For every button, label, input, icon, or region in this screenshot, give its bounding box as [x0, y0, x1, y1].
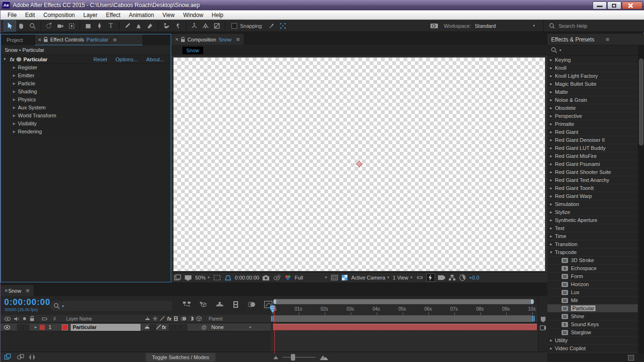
layer-duration-bar[interactable] — [273, 324, 537, 330]
effect-header-row[interactable]: ▼ fx Particular Reset Options... About..… — [1, 55, 171, 64]
draft-3d-icon[interactable] — [199, 301, 207, 308]
layer-frame-blend-switch[interactable] — [169, 324, 175, 330]
options-link[interactable]: Options... — [116, 57, 138, 62]
preset-category-magic-bullet-suite[interactable]: ► Magic Bullet Suite — [547, 80, 638, 88]
effect-group-world-transform[interactable]: ► World Transform — [1, 112, 171, 120]
panel-menu-icon[interactable]: ≡ — [26, 287, 30, 294]
menu-layer[interactable]: Layer — [79, 12, 102, 18]
collapse-switch-icon[interactable] — [152, 316, 158, 321]
layer-shy-switch[interactable] — [144, 324, 150, 330]
tab-timeline-snow[interactable]: ✕ Snow ≡ — [0, 285, 33, 296]
sync-settings-icon[interactable] — [429, 21, 440, 31]
menu-edit[interactable]: Edit — [21, 12, 39, 18]
preset-effect-form[interactable]: 32 Form — [547, 272, 638, 280]
composition-canvas[interactable] — [173, 58, 545, 271]
preset-category-red-giant-denoiser-ii[interactable]: ► Red Giant Denoiser II — [547, 136, 638, 144]
preset-effect-mir[interactable]: 32 Mir — [547, 296, 638, 304]
about-link[interactable]: About... — [146, 57, 164, 62]
comp-marker-button[interactable] — [540, 316, 546, 323]
adjustment-layer-switch-icon[interactable] — [189, 316, 194, 321]
composition-viewer[interactable] — [171, 56, 547, 272]
preset-category-red-giant-text-anarchy[interactable]: ► Red Giant Text Anarchy — [547, 176, 638, 184]
composition-mini-flowchart-icon[interactable] — [182, 301, 191, 308]
always-preview-icon[interactable] — [174, 274, 182, 281]
layer-3d-switch[interactable] — [181, 324, 187, 330]
parent-dropdown[interactable]: None ▼ — [211, 324, 252, 330]
layer-name-column-header[interactable]: Layer Name — [66, 316, 137, 321]
presets-scrollbar[interactable] — [638, 45, 644, 354]
transparency-grid-icon[interactable] — [341, 274, 348, 281]
audio-column-icon[interactable] — [14, 316, 19, 321]
lock-icon[interactable] — [43, 37, 48, 42]
resolution-dropdown[interactable]: Full ▼ — [295, 275, 328, 280]
workspace-dropdown[interactable]: Standard ▼ — [475, 23, 538, 29]
preset-category-obsolete[interactable]: ► Obsolete — [547, 104, 638, 112]
clone-stamp-tool[interactable] — [133, 21, 144, 31]
preset-category-video-copilot[interactable]: ► Video Copilot — [547, 345, 638, 353]
view-layout-dropdown[interactable]: 1 View ▼ — [393, 275, 413, 280]
reset-link[interactable]: Reset — [93, 57, 107, 62]
work-area-bar[interactable] — [273, 315, 533, 322]
viewer-tab-snow[interactable]: Snow — [182, 47, 203, 54]
snap-target-icon[interactable] — [277, 21, 289, 31]
quality-switch-icon[interactable] — [160, 316, 165, 321]
shy-layers-icon[interactable] — [215, 301, 224, 308]
hand-tool[interactable] — [16, 21, 27, 31]
shy-switch-icon[interactable] — [145, 316, 150, 321]
preset-effect-lux[interactable]: 32 Lux — [547, 288, 638, 296]
current-time-indicator[interactable] — [269, 305, 276, 314]
zoom-tool[interactable] — [27, 21, 38, 31]
effects-switch-icon[interactable]: fx — [167, 316, 172, 321]
3d-layer-switch-icon[interactable] — [196, 316, 202, 321]
preset-category-knoll[interactable]: ► Knoll — [547, 64, 638, 72]
close-button[interactable] — [622, 1, 643, 9]
selection-tool[interactable] — [4, 21, 16, 31]
menu-view[interactable]: View — [158, 12, 179, 18]
audio-toggle[interactable] — [17, 324, 23, 330]
effect-group-physics[interactable]: ► Physics — [1, 96, 171, 104]
channels-icon[interactable] — [284, 274, 292, 281]
preset-category-red-giant-shooter-suite[interactable]: ► Red Giant Shooter Suite — [547, 168, 638, 176]
lock-column-icon[interactable] — [30, 316, 34, 321]
layer-label-color[interactable] — [40, 325, 45, 330]
preset-category-red-giant-psunami[interactable]: ► Red Giant Psunami — [547, 160, 638, 168]
menu-effect[interactable]: Effect — [102, 12, 124, 18]
preset-effect-horizon[interactable]: 32 Horizon — [547, 280, 638, 288]
work-area-start-handle[interactable] — [271, 316, 273, 321]
snapping-checkbox[interactable] — [231, 23, 237, 29]
toolbar-grip[interactable] — [0, 20, 4, 32]
timeline-search-field[interactable]: ▼ — [50, 301, 172, 311]
primary-viewer-icon[interactable] — [184, 274, 192, 281]
preset-category-transition[interactable]: ► Transition — [547, 240, 638, 248]
effect-group-visibility[interactable]: ► Visibility — [1, 120, 171, 128]
navigator-end-handle[interactable] — [531, 299, 534, 304]
preset-effect-echospace[interactable]: 8 Echospace — [547, 264, 638, 272]
frame-blend-switch-icon[interactable] — [173, 316, 179, 321]
toggle-switches-modes-button[interactable]: Toggle Switches / Modes — [146, 353, 215, 362]
zoom-slider-handle[interactable] — [291, 354, 295, 361]
zoom-slider-track[interactable] — [282, 357, 315, 358]
time-ruler[interactable]: 0s 01s 02s 03s 04s 05s 06s 07s 08s 09s 1… — [271, 305, 538, 316]
close-tab-icon[interactable]: ✕ — [175, 37, 179, 42]
solo-toggle[interactable] — [23, 324, 29, 330]
preset-category-red-giant-lut-buddy[interactable]: ► Red Giant LUT Buddy — [547, 144, 638, 152]
exposure-icon[interactable] — [459, 274, 466, 281]
label-column-icon[interactable] — [42, 316, 48, 321]
preset-category-red-giant[interactable]: ► Red Giant — [547, 128, 638, 136]
puppet-pin-tool[interactable] — [172, 21, 183, 31]
scrollbar-thumb[interactable] — [639, 58, 644, 146]
panel-menu-icon[interactable]: ≡ — [113, 36, 117, 43]
number-column-header[interactable]: # — [53, 316, 56, 321]
layer-motion-blur-switch[interactable] — [175, 324, 181, 330]
layer-expand-icon[interactable]: ► — [34, 325, 40, 329]
preset-category-knoll-light-factory[interactable]: ► Knoll Light Factory — [547, 72, 638, 80]
camera-tool[interactable] — [55, 21, 66, 31]
view-axis-mode-icon[interactable] — [211, 21, 223, 31]
brush-tool[interactable] — [122, 21, 133, 31]
video-column-icon[interactable] — [4, 316, 11, 321]
layer-quality-switch[interactable] — [156, 324, 162, 330]
preset-category-noise-grain[interactable]: ► Noise & Grain — [547, 96, 638, 104]
preset-category-red-giant-toonit[interactable]: ► Red Giant ToonIt — [547, 184, 638, 192]
world-axis-mode-icon[interactable] — [200, 21, 211, 31]
effect-group-rendering[interactable]: ► Rendering — [1, 128, 171, 136]
